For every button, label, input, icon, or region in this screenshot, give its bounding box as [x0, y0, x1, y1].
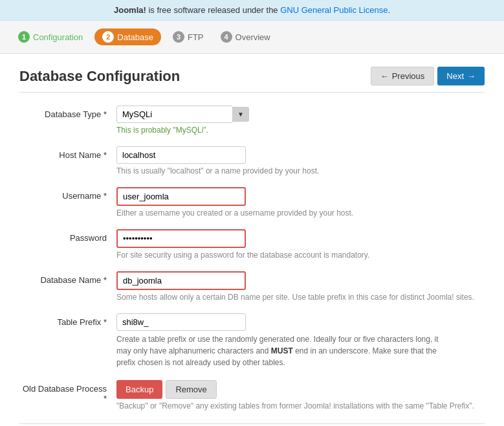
username-label: Username * — [19, 187, 116, 201]
footer-nav: ← Previous Next → — [19, 423, 485, 426]
gpl-link[interactable]: GNU General Public License — [280, 5, 388, 15]
username-group: Username * Either a username you created… — [19, 187, 485, 218]
table-prefix-label: Table Prefix * — [19, 313, 116, 327]
password-group: Password For site security using a passw… — [19, 229, 485, 260]
select-arrow-icon[interactable]: ▼ — [233, 107, 249, 122]
header-nav-buttons: ← Previous Next → — [371, 67, 485, 85]
password-hint: For site security using a password for t… — [116, 251, 485, 260]
step-label-overview: Overview — [236, 32, 270, 42]
host-name-input[interactable] — [116, 146, 246, 164]
database-config-form: Database Type * MySQLi ▼ This is probabl… — [19, 106, 485, 410]
db-name-hint: Some hosts allow only a certain DB name … — [116, 293, 485, 302]
password-field: For site security using a password for t… — [116, 229, 485, 260]
page-title: Database Configuration — [19, 68, 180, 85]
step-num-3: 3 — [173, 31, 184, 43]
main-content: Database Configuration ← Previous Next →… — [0, 54, 504, 426]
steps-bar: 1 Configuration 2 Database 3 FTP 4 Overv… — [0, 21, 504, 54]
host-name-label: Host Name * — [19, 146, 116, 160]
right-arrow-icon: → — [467, 71, 476, 81]
step-label-ftp: FTP — [188, 32, 204, 42]
remove-button[interactable]: Remove — [166, 380, 216, 399]
step-configuration[interactable]: 1 Configuration — [13, 28, 88, 45]
old-db-process-field: Backup Remove "Backup" or "Remove" any e… — [116, 380, 485, 410]
host-name-group: Host Name * This is usually "localhost" … — [19, 146, 485, 175]
old-db-process-label: Old Database Process * — [19, 380, 116, 403]
step-label-configuration: Configuration — [33, 32, 83, 42]
db-type-field: MySQLi ▼ This is probably "MySQLi". — [116, 106, 485, 135]
username-hint: Either a username you created or a usern… — [116, 208, 485, 218]
page-header: Database Configuration ← Previous Next → — [19, 67, 485, 93]
top-bar-text: Joomla! is free software released under … — [114, 5, 390, 15]
db-name-group: Database Name * Some hosts allow only a … — [19, 271, 485, 302]
top-bar: Joomla! is free software released under … — [0, 0, 504, 21]
step-num-2: 2 — [102, 31, 114, 43]
backup-button[interactable]: Backup — [116, 380, 162, 399]
header-next-button[interactable]: Next → — [437, 67, 485, 85]
db-type-hint: This is probably "MySQLi". — [116, 126, 485, 135]
old-db-action-buttons: Backup Remove — [116, 380, 485, 399]
table-prefix-group: Table Prefix * Create a table prefix or … — [19, 313, 485, 368]
username-input[interactable] — [116, 187, 246, 206]
step-ftp[interactable]: 3 FTP — [168, 28, 209, 45]
table-prefix-input[interactable] — [116, 313, 246, 331]
password-label: Password — [19, 229, 116, 243]
step-overview[interactable]: 4 Overview — [215, 28, 276, 45]
step-label-database: Database — [117, 32, 153, 42]
old-db-process-group: Old Database Process * Backup Remove "Ba… — [19, 380, 485, 410]
db-type-label: Database Type * — [19, 106, 116, 119]
username-field: Either a username you created or a usern… — [116, 187, 485, 218]
host-name-hint: This is usually "localhost" or a name pr… — [116, 166, 485, 175]
table-prefix-field: Create a table prefix or use the randoml… — [116, 313, 485, 368]
step-database[interactable]: 2 Database — [94, 28, 161, 45]
db-type-select[interactable]: MySQLi — [116, 106, 233, 123]
db-name-field: Some hosts allow only a certain DB name … — [116, 271, 485, 302]
old-db-process-hint: "Backup" or "Remove" any existing tables… — [116, 401, 485, 410]
step-num-1: 1 — [18, 31, 30, 43]
step-num-4: 4 — [221, 31, 232, 43]
db-name-input[interactable] — [116, 271, 246, 290]
header-previous-button[interactable]: ← Previous — [371, 67, 435, 85]
host-name-field: This is usually "localhost" or a name pr… — [116, 146, 485, 175]
left-arrow-icon: ← — [380, 71, 389, 81]
db-type-group: Database Type * MySQLi ▼ This is probabl… — [19, 106, 485, 135]
table-prefix-hint: Create a table prefix or use the randoml… — [116, 333, 453, 368]
db-type-select-wrap: MySQLi ▼ — [116, 106, 485, 123]
password-input[interactable] — [116, 229, 246, 248]
db-name-label: Database Name * — [19, 271, 116, 285]
